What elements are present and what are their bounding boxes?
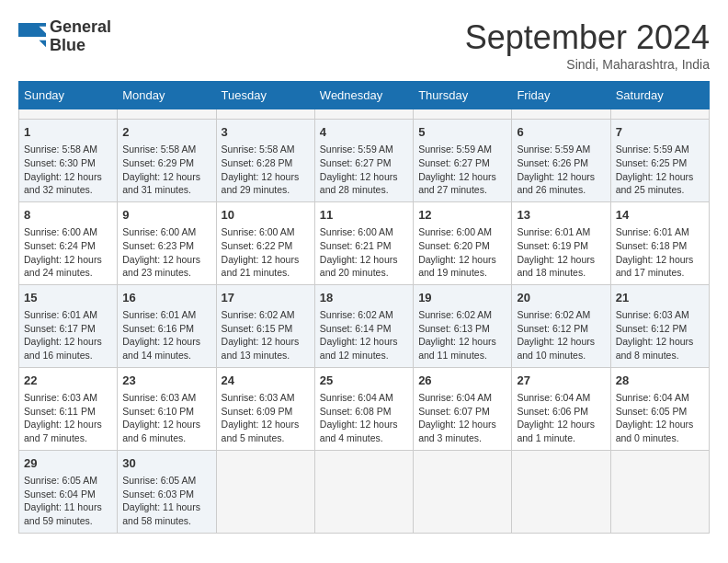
calendar-table: SundayMondayTuesdayWednesdayThursdayFrid… [18,81,710,534]
day-info: Sunrise: 6:04 AM Sunset: 6:08 PM Dayligh… [320,391,408,445]
day-info: Sunrise: 6:05 AM Sunset: 6:03 PM Dayligh… [122,474,210,528]
day-number: 10 [222,207,310,224]
day-number: 1 [24,124,112,141]
calendar-cell: 26Sunrise: 6:04 AM Sunset: 6:07 PM Dayli… [414,367,512,450]
day-number: 8 [24,207,112,224]
calendar-cell: 3Sunrise: 5:58 AM Sunset: 6:28 PM Daylig… [216,120,314,202]
calendar-cell: 10Sunrise: 6:00 AM Sunset: 6:22 PM Dayli… [216,201,314,284]
calendar-cell: 18Sunrise: 6:02 AM Sunset: 6:14 PM Dayli… [314,284,413,367]
weekday-header: Friday [512,82,610,109]
day-number: 13 [517,207,605,224]
calendar-week-row: 8Sunrise: 6:00 AM Sunset: 6:24 PM Daylig… [19,201,710,284]
weekday-header: Thursday [414,82,512,109]
calendar-cell: 28Sunrise: 6:04 AM Sunset: 6:05 PM Dayli… [610,367,709,450]
day-info: Sunrise: 6:02 AM Sunset: 6:12 PM Dayligh… [517,308,605,362]
weekday-header: Wednesday [314,82,413,109]
day-number: 30 [122,455,210,472]
calendar-cell: 8Sunrise: 6:00 AM Sunset: 6:24 PM Daylig… [19,201,118,284]
calendar-cell [314,450,413,533]
svg-rect-1 [18,37,46,51]
day-number: 3 [222,124,310,141]
day-number: 6 [517,124,605,141]
calendar-cell: 22Sunrise: 6:03 AM Sunset: 6:11 PM Dayli… [19,367,118,450]
day-info: Sunrise: 6:01 AM Sunset: 6:18 PM Dayligh… [616,225,704,280]
calendar-cell [414,109,512,120]
calendar-cell: 14Sunrise: 6:01 AM Sunset: 6:18 PM Dayli… [610,201,709,284]
day-number: 7 [616,124,704,141]
calendar-week-row: 1Sunrise: 5:58 AM Sunset: 6:30 PM Daylig… [19,120,710,202]
calendar-cell: 9Sunrise: 6:00 AM Sunset: 6:23 PM Daylig… [118,201,216,284]
calendar-cell [512,109,610,120]
day-info: Sunrise: 5:59 AM Sunset: 6:26 PM Dayligh… [517,143,605,197]
weekday-header: Tuesday [216,82,314,109]
day-info: Sunrise: 5:58 AM Sunset: 6:28 PM Dayligh… [222,143,310,197]
day-info: Sunrise: 6:02 AM Sunset: 6:14 PM Dayligh… [320,308,408,362]
calendar-cell: 17Sunrise: 6:02 AM Sunset: 6:15 PM Dayli… [216,284,314,367]
day-info: Sunrise: 6:03 AM Sunset: 6:10 PM Dayligh… [122,391,210,445]
day-info: Sunrise: 6:02 AM Sunset: 6:13 PM Dayligh… [418,308,506,362]
day-number: 9 [122,207,210,224]
day-info: Sunrise: 6:03 AM Sunset: 6:12 PM Dayligh… [616,308,704,362]
calendar-week-row: 29Sunrise: 6:05 AM Sunset: 6:04 PM Dayli… [19,450,710,533]
calendar-cell [216,109,314,120]
calendar-cell: 13Sunrise: 6:01 AM Sunset: 6:19 PM Dayli… [512,201,610,284]
day-number: 2 [122,124,210,141]
day-info: Sunrise: 6:04 AM Sunset: 6:05 PM Dayligh… [616,391,704,445]
day-info: Sunrise: 5:59 AM Sunset: 6:27 PM Dayligh… [418,143,506,197]
calendar-cell: 4Sunrise: 5:59 AM Sunset: 6:27 PM Daylig… [314,120,413,202]
weekday-header: Saturday [610,82,709,109]
day-number: 27 [517,373,605,389]
day-number: 24 [222,373,310,389]
day-info: Sunrise: 6:00 AM Sunset: 6:22 PM Dayligh… [222,225,310,280]
calendar-cell: 24Sunrise: 6:03 AM Sunset: 6:09 PM Dayli… [216,367,314,450]
calendar-cell [314,109,413,120]
day-info: Sunrise: 6:01 AM Sunset: 6:19 PM Dayligh… [517,225,605,280]
day-info: Sunrise: 5:58 AM Sunset: 6:30 PM Dayligh… [24,143,112,197]
day-number: 11 [320,207,408,224]
calendar-cell [118,109,216,120]
day-number: 29 [24,455,112,472]
day-info: Sunrise: 5:59 AM Sunset: 6:25 PM Dayligh… [616,143,704,197]
day-number: 26 [418,373,506,389]
day-info: Sunrise: 6:03 AM Sunset: 6:09 PM Dayligh… [222,391,310,445]
day-number: 19 [418,290,506,306]
weekday-header: Sunday [19,82,118,109]
day-info: Sunrise: 6:04 AM Sunset: 6:06 PM Dayligh… [517,391,605,445]
svg-rect-0 [18,23,46,37]
calendar-cell: 19Sunrise: 6:02 AM Sunset: 6:13 PM Dayli… [414,284,512,367]
title-block: September 2024 Sindi, Maharashtra, India [465,18,710,72]
calendar-cell [414,450,512,533]
day-info: Sunrise: 6:05 AM Sunset: 6:04 PM Dayligh… [24,474,112,528]
day-number: 16 [122,290,210,306]
calendar-cell: 2Sunrise: 5:58 AM Sunset: 6:29 PM Daylig… [118,120,216,202]
calendar-cell: 23Sunrise: 6:03 AM Sunset: 6:10 PM Dayli… [118,367,216,450]
calendar-cell [512,450,610,533]
day-info: Sunrise: 6:00 AM Sunset: 6:20 PM Dayligh… [418,225,506,280]
month-title: September 2024 [465,18,710,57]
day-number: 14 [616,207,704,224]
weekday-header-row: SundayMondayTuesdayWednesdayThursdayFrid… [19,82,710,109]
calendar-week-row [19,109,710,120]
day-number: 15 [24,290,112,306]
calendar-cell: 25Sunrise: 6:04 AM Sunset: 6:08 PM Dayli… [314,367,413,450]
page-header: General Blue September 2024 Sindi, Mahar… [18,18,710,72]
day-number: 5 [418,124,506,141]
calendar-cell: 16Sunrise: 6:01 AM Sunset: 6:16 PM Dayli… [118,284,216,367]
day-number: 28 [616,373,704,389]
day-info: Sunrise: 6:04 AM Sunset: 6:07 PM Dayligh… [418,391,506,445]
calendar-week-row: 15Sunrise: 6:01 AM Sunset: 6:17 PM Dayli… [19,284,710,367]
calendar-cell: 27Sunrise: 6:04 AM Sunset: 6:06 PM Dayli… [512,367,610,450]
calendar-cell: 7Sunrise: 5:59 AM Sunset: 6:25 PM Daylig… [610,120,709,202]
calendar-cell [19,109,118,120]
calendar-cell: 1Sunrise: 5:58 AM Sunset: 6:30 PM Daylig… [19,120,118,202]
day-number: 23 [122,373,210,389]
day-info: Sunrise: 6:00 AM Sunset: 6:23 PM Dayligh… [122,225,210,280]
calendar-cell: 12Sunrise: 6:00 AM Sunset: 6:20 PM Dayli… [414,201,512,284]
day-info: Sunrise: 6:01 AM Sunset: 6:16 PM Dayligh… [122,308,210,362]
calendar-cell: 6Sunrise: 5:59 AM Sunset: 6:26 PM Daylig… [512,120,610,202]
day-info: Sunrise: 6:00 AM Sunset: 6:24 PM Dayligh… [24,225,112,280]
calendar-cell: 11Sunrise: 6:00 AM Sunset: 6:21 PM Dayli… [314,201,413,284]
day-number: 4 [320,124,408,141]
day-info: Sunrise: 5:58 AM Sunset: 6:29 PM Dayligh… [122,143,210,197]
calendar-cell [216,450,314,533]
